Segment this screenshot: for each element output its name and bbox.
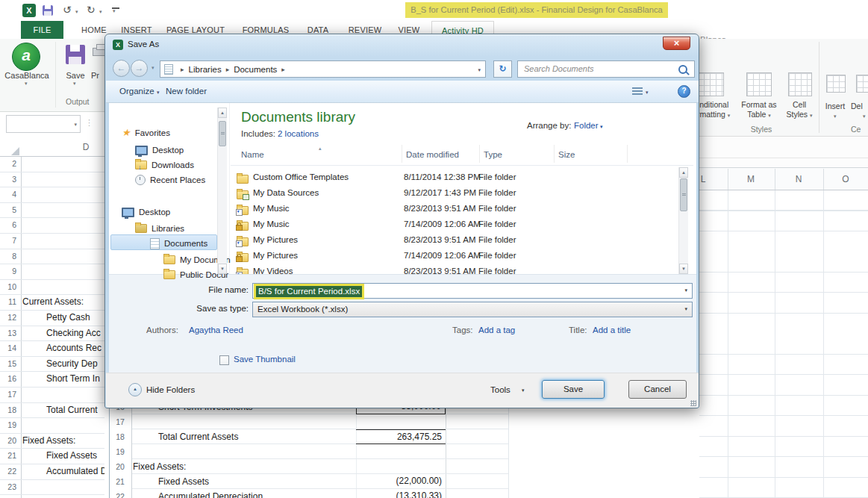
row-header[interactable]: 18 (110, 429, 130, 444)
list-scroll-thumb[interactable] (680, 178, 687, 211)
file-row[interactable]: My Music 7/14/2009 12:06 AM File folder (231, 217, 694, 233)
redo-dropdown-icon[interactable] (99, 9, 102, 15)
tools-button[interactable]: Tools (490, 385, 511, 394)
sheet-grid-right[interactable] (699, 190, 868, 498)
save-button[interactable]: Save (542, 380, 605, 399)
casablanca-icon[interactable] (12, 43, 40, 71)
nav-desktop[interactable]: Desktop (122, 205, 170, 220)
undo-dropdown-icon[interactable] (75, 9, 78, 15)
insert-button[interactable]: Insert (817, 102, 853, 111)
cell-styles-button[interactable]: Cell Styles ▾ (776, 100, 822, 120)
resize-grip[interactable] (690, 400, 696, 406)
row-header[interactable]: 17 (0, 387, 16, 402)
cell-styles-icon[interactable] (788, 72, 812, 96)
cell-text[interactable]: Accounts Rec (46, 341, 102, 356)
col-size[interactable]: Size (558, 150, 575, 159)
file-name[interactable]: My Music (253, 204, 290, 213)
breadcrumb[interactable]: Libraries Documents (160, 60, 486, 78)
new-folder-button[interactable]: New folder (166, 87, 207, 96)
conditional-formatting-icon[interactable] (697, 72, 724, 96)
help-icon[interactable] (678, 85, 690, 98)
col-type[interactable]: Type (484, 150, 502, 159)
nav-scrollbar[interactable]: ▲ ▼ (217, 108, 227, 274)
file-list-scrollbar[interactable]: ▲ ▼ (678, 167, 688, 274)
insert-caret-icon[interactable] (834, 113, 837, 119)
row-header[interactable]: 18 (0, 403, 16, 418)
file-name[interactable]: Custom Office Templates (253, 172, 349, 181)
row-header[interactable]: 10 (0, 280, 16, 295)
cell-text[interactable]: Current Assets: (22, 295, 84, 310)
row-header[interactable]: 22 (110, 489, 130, 498)
file-row[interactable]: My Music 8/23/2013 9:51 AM File folder (231, 202, 694, 217)
save-type-dropdown-icon[interactable] (684, 306, 687, 312)
row-header[interactable]: 23 (0, 480, 16, 495)
history-dropdown-icon[interactable] (152, 65, 154, 71)
casablanca-caret-icon[interactable] (25, 81, 28, 87)
organize-button[interactable]: Organize ▾ (119, 87, 159, 96)
cell-text[interactable]: Fixed Assets: (133, 459, 186, 474)
row-header[interactable]: 22 (0, 464, 16, 479)
row-header[interactable]: 13 (0, 326, 16, 341)
column-header-n[interactable]: N (781, 174, 817, 184)
row-header[interactable]: 11 (0, 295, 16, 310)
delete-caret-icon[interactable] (863, 113, 866, 119)
save-type-select[interactable]: Excel Workbook (*.xlsx) (252, 302, 693, 317)
cell-text[interactable]: Security Dep (46, 357, 98, 372)
cell-text[interactable]: Fixed Assets (158, 474, 209, 489)
row-header[interactable]: 8 (0, 249, 16, 264)
nav-scroll-thumb[interactable] (219, 121, 226, 146)
nav-recent-places[interactable]: Recent Places (135, 172, 205, 187)
file-name-value[interactable]: B/S for Current Period.xlsx (256, 286, 362, 297)
row-header[interactable]: 21 (0, 449, 16, 464)
save-thumbnail-checkbox[interactable] (219, 355, 229, 365)
redo-icon[interactable]: ↻ (87, 4, 96, 16)
cell-value[interactable]: (22,000.00) (356, 474, 446, 489)
cell-value[interactable]: 263,475.25 (356, 429, 446, 444)
scroll-up-icon[interactable]: ▲ (679, 167, 688, 178)
locations-link[interactable]: 2 locations (278, 129, 319, 138)
file-row[interactable]: Custom Office Templates 8/11/2014 12:38 … (231, 170, 694, 186)
views-icon[interactable] (632, 87, 643, 96)
nav-libraries[interactable]: Libraries (135, 221, 184, 236)
forward-button[interactable]: → (131, 60, 148, 77)
file-row[interactable]: My Pictures 7/14/2009 12:06 AM File fold… (231, 249, 694, 264)
row-header[interactable]: 2 (0, 157, 16, 172)
select-all-corner[interactable] (11, 147, 19, 155)
row-header[interactable]: 21 (110, 474, 130, 489)
cell-text[interactable]: Total Current Assets (158, 429, 238, 444)
row-header[interactable]: 12 (0, 311, 16, 326)
scroll-down-icon[interactable]: ▼ (679, 264, 688, 274)
undo-icon[interactable]: ↺ (63, 4, 72, 16)
crumb-documents[interactable]: Documents (234, 65, 277, 74)
refresh-button[interactable]: ↻ (493, 60, 512, 78)
cell-text[interactable]: Checking Acc (46, 326, 101, 341)
tab-file[interactable]: FILE (21, 21, 63, 39)
nav-documents[interactable]: Documents (150, 236, 207, 251)
cell-text[interactable]: Fixed Assets: (22, 434, 75, 449)
crumb-libraries[interactable]: Libraries (189, 65, 222, 74)
row-header[interactable]: 20 (110, 459, 130, 474)
authors-value[interactable]: Agaytha Reed (189, 326, 243, 334)
address-dropdown-icon[interactable] (478, 67, 481, 73)
file-name-dropdown-icon[interactable] (684, 287, 687, 293)
casablanca-button[interactable]: CasaBlanca (0, 71, 54, 80)
row-header[interactable]: 20 (0, 434, 16, 449)
search-icon[interactable] (678, 65, 687, 74)
ribbon-save-icon[interactable] (66, 45, 85, 64)
column-header-m[interactable]: M (733, 174, 769, 184)
file-row[interactable]: My Videos 8/23/2013 9:51 AM File folder (231, 264, 694, 274)
row-header[interactable]: 7 (0, 234, 16, 249)
cell-text[interactable]: Accumulated D (46, 464, 104, 479)
file-name[interactable]: My Pictures (253, 251, 298, 260)
row-header[interactable]: 4 (0, 187, 16, 202)
save-thumbnail-label[interactable]: Save Thumbnail (234, 355, 296, 364)
col-date-modified[interactable]: Date modified (406, 150, 459, 159)
file-name[interactable]: My Data Sources (253, 188, 319, 197)
row-header[interactable]: 16 (0, 372, 16, 387)
row-header[interactable]: 9 (0, 264, 16, 279)
row-header[interactable]: 5 (0, 203, 16, 218)
delete-button[interactable]: Del (851, 102, 868, 111)
cell-text[interactable]: Total Fixed As (46, 495, 102, 498)
scroll-up-icon[interactable]: ▲ (218, 108, 227, 118)
file-name-input[interactable]: B/S for Current Period.xlsx (252, 283, 693, 299)
